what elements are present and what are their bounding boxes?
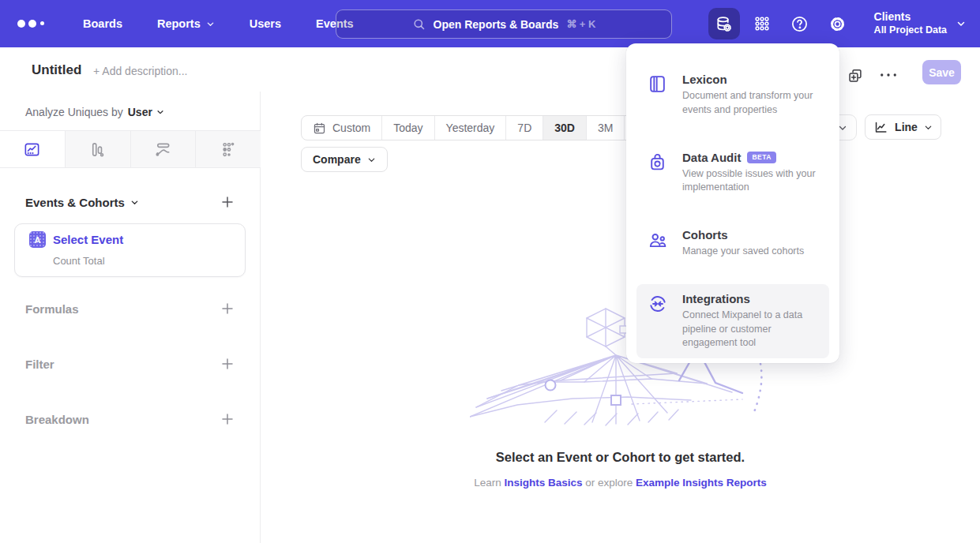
menu-item-description: View possible issues with your implement…: [682, 167, 821, 196]
report-title[interactable]: Untitled: [32, 62, 81, 78]
project-name: Clients: [874, 10, 947, 24]
date-range-today[interactable]: Today: [381, 116, 434, 140]
middle-text: or explore: [585, 477, 633, 489]
plus-icon: [220, 412, 235, 426]
compare-dropdown[interactable]: Compare: [301, 147, 388, 172]
menu-item-title: Lexicon: [682, 73, 821, 86]
top-nav-bar: Boards Reports Users Events Open Reports…: [0, 0, 980, 47]
plus-icon: [220, 195, 235, 209]
lexicon-icon: [648, 73, 668, 118]
add-breakdown-button[interactable]: [220, 412, 235, 426]
menu-item-description: Document and transform your events and p…: [682, 89, 821, 118]
data-management-button[interactable]: [708, 8, 740, 39]
empty-state-title: Select an Event or Cohort to get started…: [261, 450, 980, 465]
menu-item-cohorts[interactable]: Cohorts Manage your saved cohorts: [636, 220, 829, 267]
plus-icon: [220, 357, 235, 371]
save-button[interactable]: Save: [922, 60, 961, 84]
database-gear-icon: [715, 15, 733, 33]
date-range-control: Custom Today Yesterday 7D 30D 3M 6M: [301, 115, 663, 140]
bar-chart-tab-icon: [88, 140, 107, 159]
chevron-down-icon: [156, 108, 164, 116]
events-cohorts-label: Events & Cohorts: [25, 196, 125, 209]
nav-reports-label: Reports: [157, 17, 201, 30]
date-range-yesterday-label: Yesterday: [446, 122, 495, 134]
menu-item-data-audit[interactable]: Data Audit BETA View possible issues wit…: [636, 143, 829, 204]
apps-grid-icon: [753, 15, 771, 32]
nav-users[interactable]: Users: [232, 0, 299, 47]
tab-line-chart[interactable]: [0, 131, 65, 167]
analyze-value: User: [128, 106, 152, 118]
add-description-field[interactable]: + Add description...: [93, 65, 187, 77]
plus-icon: [220, 301, 235, 316]
project-scope: All Project Data: [874, 24, 947, 37]
breakdown-section-header: Breakdown: [25, 412, 235, 426]
analyze-value-dropdown[interactable]: User: [128, 106, 164, 118]
events-cohorts-section-header: Events & Cohorts: [25, 195, 235, 209]
gear-icon: [828, 15, 847, 33]
learn-prefix: Learn: [474, 477, 501, 489]
filter-label: Filter: [25, 358, 54, 371]
date-range-7d[interactable]: 7D: [505, 116, 543, 140]
global-search[interactable]: Open Reports & Boards ⌘ + K: [336, 9, 672, 39]
duplicate-button[interactable]: [847, 68, 863, 84]
breakdown-label: Breakdown: [25, 413, 89, 426]
beta-badge: BETA: [747, 152, 776, 163]
main-nav: Boards Reports Users Events: [66, 0, 371, 47]
tab-bar-chart[interactable]: [65, 131, 130, 167]
date-range-3m-label: 3M: [598, 122, 613, 134]
mixpanel-logo[interactable]: [16, 16, 46, 32]
nav-boards[interactable]: Boards: [66, 0, 140, 47]
menu-item-lexicon[interactable]: Lexicon Document and transform your even…: [636, 65, 829, 125]
add-event-button[interactable]: [220, 195, 235, 209]
event-row-card[interactable]: A Select Event Count Total: [14, 223, 246, 277]
events-cohorts-dropdown[interactable]: Events & Cohorts: [25, 196, 139, 209]
chevron-down-icon: [924, 123, 933, 132]
search-placeholder: Open Reports & Boards: [434, 18, 559, 31]
filter-section-header: Filter: [25, 357, 235, 371]
select-event-button[interactable]: Select Event: [53, 233, 123, 246]
calendar-icon: [313, 122, 326, 135]
integrations-icon: [648, 292, 668, 350]
menu-item-integrations[interactable]: Integrations Connect Mixpanel to a data …: [636, 284, 829, 358]
line-chart-tab-icon: [23, 140, 41, 159]
chart-type-dropdown[interactable]: Line: [865, 114, 941, 140]
nav-boards-label: Boards: [83, 17, 122, 30]
add-filter-button[interactable]: [220, 357, 235, 371]
analyze-label: Analyze Uniques by: [25, 106, 123, 118]
nav-reports[interactable]: Reports: [140, 0, 232, 47]
date-range-30d[interactable]: 30D: [543, 116, 586, 140]
date-range-custom[interactable]: Custom: [302, 116, 381, 140]
event-metric-selector[interactable]: Count Total: [53, 255, 105, 267]
insights-basics-link[interactable]: Insights Basics: [504, 477, 582, 489]
empty-state-subtitle: Learn Insights Basics or explore Example…: [261, 477, 980, 489]
date-range-yesterday[interactable]: Yesterday: [434, 116, 506, 140]
settings-button[interactable]: [822, 8, 854, 39]
menu-item-description: Connect Mixpanel to a data pipeline or c…: [682, 309, 821, 350]
more-options-button[interactable]: [880, 72, 897, 78]
menu-item-description: Manage your saved cohorts: [682, 245, 821, 259]
date-range-3m[interactable]: 3M: [586, 116, 624, 140]
chevron-down-icon: [367, 155, 376, 164]
analyze-uniques-row: Analyze Uniques by User: [25, 106, 164, 118]
ellipsis-icon: [880, 72, 897, 78]
project-selector[interactable]: Clients All Project Data: [874, 10, 966, 36]
add-formula-button[interactable]: [220, 301, 235, 316]
query-builder-sidebar: Analyze Uniques by User: [0, 92, 261, 543]
header-actions: Clients All Project Data: [708, 0, 980, 47]
tab-metrics[interactable]: [195, 131, 261, 167]
data-management-menu: Lexicon Document and transform your even…: [626, 43, 839, 363]
chart-type-label: Line: [895, 121, 918, 133]
tab-flow[interactable]: [130, 131, 196, 167]
event-letter-badge: A: [29, 231, 46, 248]
chevron-down-icon: [206, 20, 215, 28]
menu-item-title: Data Audit BETA: [682, 151, 821, 164]
date-range-30d-label: 30D: [554, 122, 575, 134]
help-icon: [790, 15, 809, 33]
date-range-custom-label: Custom: [332, 122, 370, 134]
apps-grid-button[interactable]: [746, 8, 778, 39]
chevron-down-icon: [956, 19, 966, 28]
help-button[interactable]: [784, 8, 816, 39]
example-reports-link[interactable]: Example Insights Reports: [636, 477, 767, 489]
menu-item-title: Cohorts: [682, 228, 821, 242]
formulas-label: Formulas: [25, 302, 79, 316]
